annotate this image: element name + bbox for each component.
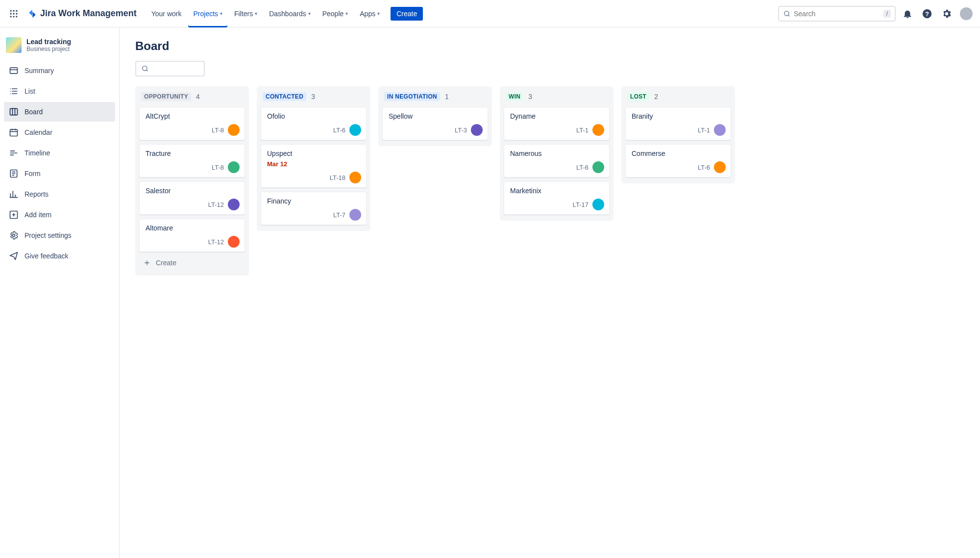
card[interactable]: UpspectMar 12LT-18 [261,144,367,188]
nav-item-people[interactable]: People▾ [318,0,353,27]
svg-point-0 [10,10,12,11]
settings-icon [9,230,19,240]
calendar-icon [9,127,19,137]
card[interactable]: SalestorLT-12 [139,181,245,215]
assignee-avatar[interactable] [349,172,361,183]
svg-point-6 [10,16,12,17]
card[interactable]: TractureLT-8 [139,144,245,178]
project-header[interactable]: Lead tracking Business project [4,37,115,61]
page-title: Board [135,39,970,53]
settings-icon[interactable] [939,6,955,22]
card-title: Tracture [146,150,240,157]
card[interactable]: BranityLT-1 [625,107,731,140]
global-search[interactable]: / [778,6,896,22]
sidebar-item-reports[interactable]: Reports [4,184,115,204]
column-name: CONTACTED [263,92,306,101]
board-search[interactable] [135,61,205,76]
chevron-down-icon: ▾ [220,11,222,16]
nav-item-your-work[interactable]: Your work [147,0,187,27]
board-icon [9,107,19,117]
card[interactable]: NamerousLT-6 [504,144,610,178]
sidebar-item-label: Add item [24,211,51,219]
sidebar-item-settings[interactable]: Project settings [4,226,115,245]
card-key: LT-3 [455,127,467,134]
card-key: LT-18 [330,174,345,181]
svg-point-3 [10,13,12,14]
card-key: LT-6 [576,164,588,171]
sidebar-item-list[interactable]: List [4,81,115,101]
assignee-avatar[interactable] [471,124,483,136]
profile-avatar[interactable] [958,6,974,22]
card-title: Branity [632,112,726,120]
svg-point-18 [143,66,147,71]
card-title: Altomare [146,224,240,232]
sidebar-item-summary[interactable]: Summary [4,61,115,80]
app-switcher-icon[interactable] [6,6,22,22]
column-opportunity: OPPORTUNITY4AltCryptLT-8TractureLT-8Sale… [135,86,249,276]
sidebar-item-board[interactable]: Board [4,102,115,122]
create-button[interactable]: Create [391,7,423,21]
card-title: Ofolio [267,112,361,120]
assignee-avatar[interactable] [592,199,604,210]
chevron-down-icon: ▾ [345,11,348,16]
card[interactable]: FinancyLT-7 [261,192,367,225]
card[interactable]: AltCryptLT-8 [139,107,245,140]
form-icon [9,169,19,178]
sidebar-item-add[interactable]: Add item [4,205,115,225]
sidebar-item-form[interactable]: Form [4,164,115,183]
assignee-avatar[interactable] [349,124,361,136]
nav-item-projects[interactable]: Projects▾ [188,0,227,27]
card-key: LT-12 [208,238,224,246]
svg-point-8 [16,16,17,17]
nav-item-dashboards[interactable]: Dashboards▾ [264,0,316,27]
card[interactable]: DynameLT-1 [504,107,610,140]
column-create-label: Create [156,259,176,267]
card-key: LT-12 [208,201,224,208]
nav-item-filters[interactable]: Filters▾ [229,0,262,27]
assignee-avatar[interactable] [228,236,240,248]
chevron-down-icon: ▾ [308,11,311,16]
column-count: 3 [311,93,315,101]
card-key: LT-17 [573,201,588,208]
search-shortcut: / [883,10,891,18]
search-input[interactable] [794,10,881,18]
product-logo[interactable]: Jira Work Management [24,8,141,19]
assignee-avatar[interactable] [228,124,240,136]
column-count: 1 [445,93,449,101]
assignee-avatar[interactable] [228,199,240,210]
card-title: Dyname [510,112,604,120]
card-title: Commerse [632,150,726,157]
sidebar-item-label: Give feedback [24,252,69,260]
sidebar-item-feedback[interactable]: Give feedback [4,246,115,266]
assignee-avatar[interactable] [228,161,240,173]
column-create-button[interactable]: Create [139,256,245,270]
card[interactable]: SpellowLT-3 [382,107,488,140]
card[interactable]: OfolioLT-6 [261,107,367,140]
help-icon[interactable]: ? [919,6,935,22]
svg-point-4 [13,13,14,14]
card[interactable]: MarketinixLT-17 [504,181,610,215]
card-key: LT-8 [212,127,224,134]
assignee-avatar[interactable] [349,209,361,221]
sidebar-item-label: Form [24,170,41,178]
column-lost: LOST2BranityLT-1CommerseLT-6 [621,86,735,183]
assignee-avatar[interactable] [714,161,726,173]
card[interactable]: CommerseLT-6 [625,144,731,178]
assignee-avatar[interactable] [592,161,604,173]
card[interactable]: AltomareLT-12 [139,219,245,252]
card-title: Marketinix [510,187,604,195]
assignee-avatar[interactable] [592,124,604,136]
card-key: LT-6 [698,164,710,171]
svg-point-9 [784,11,789,15]
card-title: Spellow [389,112,483,120]
notifications-icon[interactable] [900,6,915,22]
svg-point-7 [13,16,14,17]
chevron-down-icon: ▾ [255,11,257,16]
nav-item-apps[interactable]: Apps▾ [355,0,385,27]
assignee-avatar[interactable] [714,124,726,136]
card-key: LT-1 [698,127,710,134]
chevron-down-icon: ▾ [377,11,380,16]
sidebar-item-calendar[interactable]: Calendar [4,123,115,142]
sidebar-item-timeline[interactable]: Timeline [4,143,115,163]
project-sidebar: Lead tracking Business project SummaryLi… [0,27,120,558]
